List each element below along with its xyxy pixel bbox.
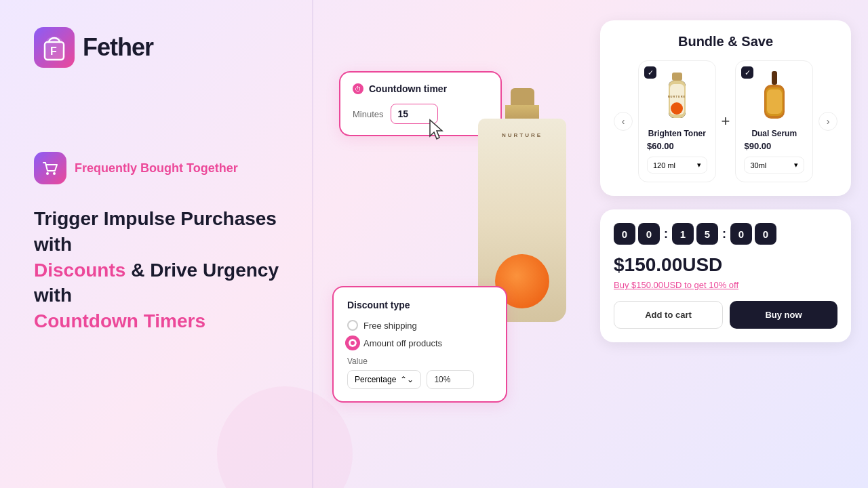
prev-product-button[interactable]: ‹ (614, 112, 633, 131)
product-2-checkbox[interactable]: ✓ (741, 66, 753, 79)
svg-rect-14 (767, 89, 782, 114)
bottle-brand: NURTURE (502, 132, 542, 138)
digit-5: 0 (755, 223, 776, 245)
discount-card-title: Discount type (347, 300, 492, 310)
badge-label: Frequently Bought Together (75, 161, 238, 176)
cart-icon (41, 159, 59, 177)
checkmark-icon-1: ✓ (648, 68, 654, 77)
headline-highlight2: Countdown Timers (34, 310, 205, 331)
bottle-cap (511, 88, 534, 105)
plus-icon: + (722, 113, 730, 130)
product-1-checkbox[interactable]: ✓ (644, 66, 656, 79)
buy-now-button[interactable]: Buy now (730, 301, 837, 329)
digit-0: 0 (614, 223, 635, 245)
bundle-title: Bundle & Save (614, 34, 837, 49)
badge-area: Frequently Bought Together (34, 152, 305, 184)
logo-area: F Fether (34, 27, 305, 68)
product-card-1: ✓ NURTURE Brighten Toner $60.00 (638, 60, 716, 182)
bundle-save-card: Bundle & Save ‹ ✓ NURTURE (600, 20, 851, 196)
headline: Trigger Impulse Purchases with Discounts… (34, 206, 305, 334)
svg-point-3 (46, 172, 49, 175)
products-row: ‹ ✓ NURTURE Brighten (614, 60, 837, 182)
add-to-cart-button[interactable]: Add to cart (614, 301, 723, 329)
right-section: Bundle & Save ‹ ✓ NURTURE (583, 0, 868, 488)
checkmark-icon-2: ✓ (745, 68, 751, 77)
svg-text:NURTURE: NURTURE (668, 95, 686, 98)
digit-1: 0 (638, 223, 660, 245)
bottle-neck (505, 105, 539, 119)
discount-type-card: Discount type Free shipping Amount off p… (332, 286, 507, 403)
product-1-name: Brighten Toner (647, 129, 707, 138)
logo-icon: F (34, 27, 75, 68)
logo-text: Fether (83, 33, 153, 62)
product-1-variant-select[interactable]: 120 ml ▾ (647, 157, 707, 174)
minutes-label: Minutes (353, 109, 384, 119)
countdown-digits-row: 0 0 : 1 5 : 0 0 (614, 223, 837, 245)
amount-off-option[interactable]: Amount off products (347, 338, 492, 348)
promo-text: Buy $150.00USD to get 10% off (614, 280, 837, 290)
chevron-down-icon: ⌃⌄ (400, 375, 414, 384)
promo-text-content: Buy $150.00USD to get 10% off (614, 280, 738, 290)
value-section: Value Percentage ⌃⌄ (347, 357, 492, 389)
product-card-2: ✓ Dual Serum $90.00 30ml ▾ (735, 60, 813, 182)
free-shipping-radio[interactable] (347, 320, 358, 331)
product-1-image: NURTURE (653, 69, 701, 123)
product-2-variant-label: 30ml (750, 161, 766, 169)
svg-point-4 (53, 172, 56, 175)
price-countdown-card: 0 0 : 1 5 : 0 0 $150.00USD Buy $150.00US… (600, 209, 851, 342)
digit-4: 0 (730, 223, 752, 245)
headline-highlight1: Discounts (34, 260, 125, 281)
free-shipping-label: Free shipping (363, 321, 417, 331)
amount-off-radio[interactable] (347, 338, 358, 348)
timer-icon: ⏱ (353, 83, 363, 94)
product-2-price: $90.00 (744, 141, 804, 151)
product-1-price: $60.00 (647, 141, 707, 151)
product-2-name: Dual Serum (744, 129, 804, 138)
svg-rect-5 (672, 73, 682, 81)
svg-text:F: F (50, 45, 57, 57)
minutes-input[interactable] (391, 104, 438, 124)
digit-3: 5 (696, 223, 718, 245)
svg-point-10 (671, 102, 683, 115)
badge-icon (34, 152, 66, 184)
colon-2: : (722, 227, 726, 241)
percentage-select-label: Percentage (355, 375, 396, 384)
product-2-variant-select[interactable]: 30ml ▾ (744, 157, 804, 174)
left-section: F Fether Frequently Bought Together Trig… (0, 0, 339, 488)
chevron-icon-2: ▾ (794, 161, 798, 169)
percentage-select[interactable]: Percentage ⌃⌄ (347, 370, 421, 389)
total-price: $150.00USD (614, 254, 837, 276)
product-1-variant-label: 120 ml (653, 161, 675, 169)
next-product-button[interactable]: › (818, 112, 837, 131)
countdown-title: Countdown timer (369, 83, 447, 94)
digit-2: 1 (672, 223, 694, 245)
action-buttons: Add to cart Buy now (614, 301, 837, 329)
svg-rect-11 (772, 71, 777, 85)
value-input-row: Percentage ⌃⌄ (347, 370, 492, 389)
free-shipping-option[interactable]: Free shipping (347, 320, 492, 331)
headline-line1: Trigger Impulse Purchases with (34, 208, 277, 255)
middle-section: ⏱ Countdown timer Minutes NURTURE Discou… (326, 0, 610, 488)
product-2-image (751, 69, 798, 123)
amount-off-label: Amount off products (363, 338, 442, 348)
chevron-icon-1: ▾ (697, 161, 701, 169)
colon-1: : (664, 227, 668, 241)
percentage-value-input[interactable] (427, 370, 474, 389)
value-label: Value (347, 357, 492, 366)
